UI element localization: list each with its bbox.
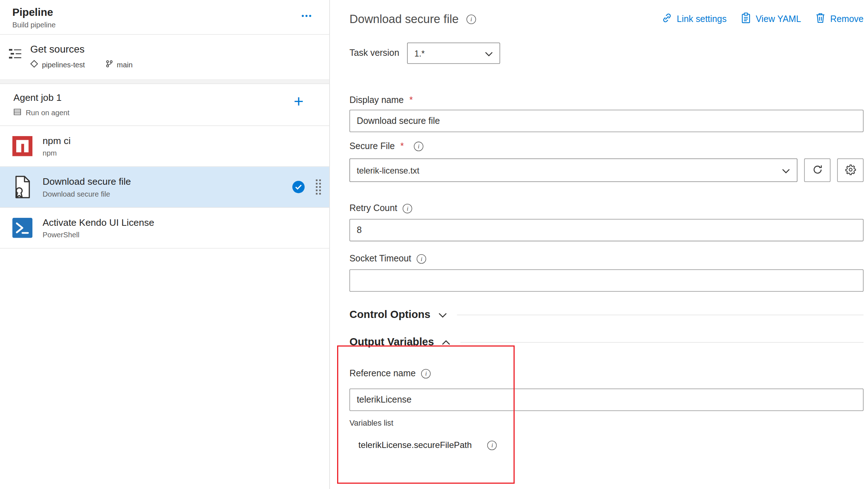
task-item-activate-kendo-license[interactable]: Activate Kendo UI License PowerShell xyxy=(0,208,329,249)
secure-file-value: telerik-license.txt xyxy=(357,165,419,175)
pipeline-sidebar: Pipeline Build pipeline Get sources xyxy=(0,0,330,489)
task-version-row: Task version 1.* xyxy=(349,42,863,64)
view-yaml-label: View YAML xyxy=(756,14,801,24)
panel-title: Download secure file xyxy=(349,12,458,26)
reference-name-label: Reference name xyxy=(349,368,416,378)
plus-icon xyxy=(294,92,303,110)
info-icon[interactable] xyxy=(487,440,497,450)
panel-header: Download secure file Link settings xyxy=(349,12,863,26)
task-item-download-secure-file[interactable]: Download secure file Download secure fil… xyxy=(0,167,329,208)
required-marker: * xyxy=(401,141,404,151)
task-enabled-checkbox[interactable] xyxy=(292,181,305,193)
info-icon[interactable] xyxy=(417,254,426,263)
task-title: Download secure file xyxy=(42,176,131,187)
socket-timeout-label-row: Socket Timeout xyxy=(349,254,863,264)
remove-label: Remove xyxy=(830,14,864,24)
repository-name: pipelines-test xyxy=(42,60,85,69)
info-icon[interactable] xyxy=(414,142,423,151)
output-variable-row: telerikLicense.secureFilePath xyxy=(349,440,863,450)
secure-file-label: Secure File xyxy=(349,141,395,151)
link-icon xyxy=(661,12,672,26)
sidebar-header: Pipeline Build pipeline xyxy=(0,0,329,35)
agent-job-subtitle: Run on agent xyxy=(26,109,70,117)
sidebar-item-get-sources[interactable]: Get sources pipelines-test xyxy=(0,35,329,80)
sidebar-titles: Pipeline Build pipeline xyxy=(12,6,55,29)
branch-icon xyxy=(105,60,113,69)
task-subtitle: npm xyxy=(42,149,71,157)
refresh-button[interactable] xyxy=(804,158,831,182)
app-viewport: Pipeline Build pipeline Get sources xyxy=(0,0,868,489)
required-marker: * xyxy=(409,95,413,105)
pipeline-title: Pipeline xyxy=(12,6,55,18)
info-icon[interactable] xyxy=(466,14,476,24)
pipeline-editor: Pipeline Build pipeline Get sources xyxy=(0,0,868,489)
view-yaml-button[interactable]: View YAML xyxy=(741,12,801,26)
task-title: Activate Kendo UI License xyxy=(42,217,154,228)
task-subtitle: Download secure file xyxy=(42,189,131,198)
branch-name: main xyxy=(117,60,133,69)
trash-icon xyxy=(816,12,826,26)
agent-job-title: Agent job 1 xyxy=(13,93,316,104)
chevron-down-icon xyxy=(782,165,790,175)
task-text: Activate Kendo UI License PowerShell xyxy=(42,217,154,239)
socket-timeout-field-group: Socket Timeout xyxy=(349,254,863,292)
pipeline-subtitle: Build pipeline xyxy=(12,21,55,29)
secure-file-label-row: Secure File * xyxy=(349,141,863,151)
get-sources-meta: pipelines-test main xyxy=(30,60,133,69)
task-item-npm-ci[interactable]: npm ci npm xyxy=(0,126,329,167)
task-subtitle: PowerShell xyxy=(42,230,154,239)
reference-name-label-row: Reference name xyxy=(349,368,863,378)
manage-secure-files-button[interactable] xyxy=(837,158,863,182)
chevron-up-icon xyxy=(442,336,450,348)
variables-list-label: Variables list xyxy=(349,418,863,427)
output-variable-name: telerikLicense.secureFilePath xyxy=(358,440,472,450)
agent-job-header[interactable]: Agent job 1 Run on agent xyxy=(0,84,329,126)
secure-file-dropdown[interactable]: telerik-license.txt xyxy=(349,158,797,182)
add-task-button[interactable] xyxy=(294,93,303,110)
display-name-label-row: Display name * xyxy=(349,95,863,105)
agent-icon xyxy=(13,108,21,117)
drag-handle[interactable] xyxy=(316,179,321,194)
chevron-down-icon xyxy=(438,309,447,321)
secure-file-icon xyxy=(11,175,33,199)
npm-icon xyxy=(11,136,33,156)
task-version-dropdown[interactable]: 1.* xyxy=(407,42,500,64)
link-settings-button[interactable]: Link settings xyxy=(661,12,727,26)
output-variables-section-header[interactable]: Output Variables xyxy=(349,336,863,348)
task-title: npm ci xyxy=(42,135,71,146)
socket-timeout-label: Socket Timeout xyxy=(349,254,411,264)
powershell-icon xyxy=(11,218,33,238)
secure-file-input-row: telerik-license.txt xyxy=(349,158,863,182)
more-options-button[interactable] xyxy=(301,12,313,20)
gear-icon xyxy=(845,164,856,177)
output-variables-label: Output Variables xyxy=(349,336,434,348)
retry-count-label: Retry Count xyxy=(349,203,397,213)
remove-button[interactable]: Remove xyxy=(816,12,864,26)
task-version-label: Task version xyxy=(349,48,399,58)
task-settings-panel: Download secure file Link settings xyxy=(330,0,868,489)
info-icon[interactable] xyxy=(403,203,412,213)
reference-name-input[interactable] xyxy=(349,389,863,411)
retry-count-input[interactable] xyxy=(349,219,863,241)
socket-timeout-input[interactable] xyxy=(349,269,863,292)
retry-count-field-group: Retry Count xyxy=(349,203,863,241)
annotation-highlight xyxy=(337,345,515,484)
get-sources-icon xyxy=(8,48,22,69)
secure-file-field-group: Secure File * telerik-license.txt xyxy=(349,141,863,182)
display-name-input[interactable] xyxy=(349,110,863,132)
project-icon xyxy=(30,60,38,69)
retry-count-label-row: Retry Count xyxy=(349,203,863,213)
ellipsis-icon xyxy=(301,12,313,20)
check-icon xyxy=(295,184,302,190)
info-icon[interactable] xyxy=(421,369,431,378)
link-settings-label: Link settings xyxy=(677,14,726,24)
display-name-label: Display name xyxy=(349,95,404,105)
yaml-clipboard-icon xyxy=(741,12,751,26)
section-divider xyxy=(457,314,863,315)
refresh-icon xyxy=(812,164,823,177)
control-options-section-header[interactable]: Control Options xyxy=(349,309,863,321)
display-name-field-group: Display name * xyxy=(349,95,863,132)
control-options-label: Control Options xyxy=(349,309,430,321)
chevron-down-icon xyxy=(485,48,493,58)
section-divider xyxy=(460,342,864,342)
